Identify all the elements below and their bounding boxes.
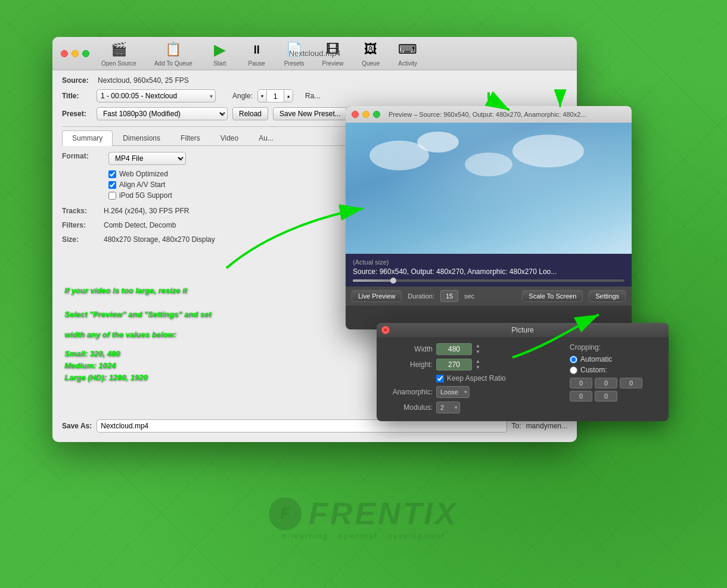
automatic-label: Automatic [580,355,612,363]
source-label: Source: [62,76,98,85]
width-label: Width [385,345,433,353]
filters-value: Comb Detect, Decomb [104,221,176,229]
preset-label: Preset: [62,110,92,118]
keep-aspect-checkbox[interactable] [436,375,444,382]
title-select-wrap: 1 - 00:00:05 - Nextcloud [97,89,216,102]
toolbar-start[interactable]: ▶ Start [210,40,229,67]
toolbar-open-source[interactable]: 🎬 Open Source [101,40,136,67]
toolbar-queue[interactable]: 🖼 Queue [361,40,380,67]
preset-select-wrap: Fast 1080p30 (Modified) [97,107,228,120]
modulus-label: Modulus: [385,403,433,412]
save-preset-button[interactable]: Save New Preset... [273,107,347,120]
width-stepper[interactable]: ▲ ▼ [476,343,480,355]
add-queue-label: Add To Queue [154,60,192,67]
frentix-icon: F [269,497,302,530]
duration-label: Duration: [408,293,434,300]
custom-radio[interactable] [570,366,577,374]
annotation-select: Select "Preview" and "Settings" and set [64,310,211,319]
tab-summary[interactable]: Summary [62,130,113,146]
preview-window: Preview – Source: 960x540, Output: 480x2… [346,106,632,329]
maximize-button[interactable] [82,50,89,57]
start-label: Start [213,60,226,67]
picture-close-button[interactable]: ✕ [381,326,390,334]
progress-thumb[interactable] [390,278,396,284]
preview-cloud-3 [465,153,512,176]
web-optimized-checkbox[interactable] [108,170,116,178]
title-select[interactable]: 1 - 00:00:05 - Nextcloud [97,89,216,102]
toolbar-pause[interactable]: ⏸ Pause [247,40,266,67]
modulus-row: Modulus: 2 [385,402,552,413]
filters-label: Filters: [62,221,104,229]
annotation-resize: If your video is too large, resize it [64,286,187,295]
format-select[interactable]: MP4 File [108,152,186,165]
anamorphic-select[interactable]: Loose [436,386,470,398]
preview-progress[interactable] [353,279,625,282]
height-label: Height: [385,360,433,369]
preset-select[interactable]: Fast 1080p30 (Modified) [97,107,228,120]
height-down[interactable]: ▼ [476,365,480,371]
crop-inputs [570,378,660,388]
anamorphic-row: Anamorphic: Loose [385,386,552,398]
tab-audio[interactable]: Au... [248,130,284,145]
crop-left-1[interactable] [570,391,592,402]
tab-filters[interactable]: Filters [170,130,210,145]
title-label: Title: [62,92,92,100]
crop-left-2[interactable] [595,391,617,402]
angle-label: Angle: [232,92,253,100]
preview-close-button[interactable] [352,111,359,118]
automatic-row: Automatic [570,355,660,363]
frentix-tagline: e-learning · openolat · development [269,531,458,540]
preview-minimize-button[interactable] [362,111,369,118]
open-source-label: Open Source [101,60,136,67]
save-as-input[interactable] [97,419,507,433]
tab-dimensions[interactable]: Dimensions [113,130,170,145]
toolbar-activity[interactable]: ⌨ Activity [398,40,417,67]
width-row: Width ▲ ▼ [385,343,552,355]
frentix-logo: F FRENTIX e-learning · openolat · develo… [269,496,458,540]
preview-label: Preview [322,60,344,67]
preview-titlebar: Preview – Source: 960x540, Output: 480x2… [346,106,632,123]
reload-button[interactable]: Reload [232,107,268,120]
window-titlebar: 🎬 Open Source 📋 Add To Queue ▶ Start ⏸ P… [52,37,577,70]
anamorphic-label: Anamorphic: [385,388,433,396]
source-row: Source: Nextcloud, 960x540, 25 FPS [62,76,567,85]
crop-bottom[interactable] [620,378,642,388]
duration-input[interactable] [440,290,458,302]
close-button[interactable] [61,50,68,57]
size-value: 480x270 Storage, 480x270 Display [104,235,215,244]
angle-stepper[interactable]: ▾ 1 ▴ [257,89,293,102]
height-stepper[interactable]: ▲ ▼ [476,359,480,371]
picture-window: ✕ Picture Width ▲ ▼ Height: ▲ ▼ [377,323,669,421]
crop-top[interactable] [570,378,592,388]
scale-to-screen-button[interactable]: Scale To Screen [522,290,583,302]
picture-content: Width ▲ ▼ Height: ▲ ▼ Keep Aspect Ratio [377,337,669,421]
toolbar-add-to-queue[interactable]: 📋 Add To Queue [154,40,192,67]
align-av-label: Align A/V Start [119,181,165,189]
picture-left: Width ▲ ▼ Height: ▲ ▼ Keep Aspect Ratio [385,343,552,417]
pause-label: Pause [248,60,265,67]
settings-button[interactable]: Settings [589,290,626,302]
width-input[interactable] [436,343,472,355]
stepper-down[interactable]: ▾ [258,90,266,102]
automatic-radio[interactable] [570,356,577,363]
window-controls [52,50,89,57]
crop-inputs-bottom [570,391,660,402]
web-optimized-label: Web Optimized [119,170,168,178]
minimize-button[interactable] [72,50,79,57]
align-av-checkbox[interactable] [108,181,116,189]
width-up[interactable]: ▲ [476,343,480,349]
tab-video[interactable]: Video [210,130,248,145]
crop-right[interactable] [595,378,617,388]
ipod-5g-checkbox[interactable] [108,192,116,200]
preview-maximize-button[interactable] [373,111,380,118]
custom-row: Custom: [570,366,660,374]
live-preview-button[interactable]: Live Preview [352,290,402,302]
modulus-select[interactable]: 2 [436,402,460,413]
stepper-up[interactable]: ▴ [284,90,293,102]
height-input[interactable] [436,359,472,371]
width-down[interactable]: ▼ [476,349,480,355]
height-row: Height: ▲ ▼ [385,359,552,371]
frentix-name: FRENTIX [309,496,458,531]
height-up[interactable]: ▲ [476,359,480,365]
preview-cloud-2 [417,132,459,153]
